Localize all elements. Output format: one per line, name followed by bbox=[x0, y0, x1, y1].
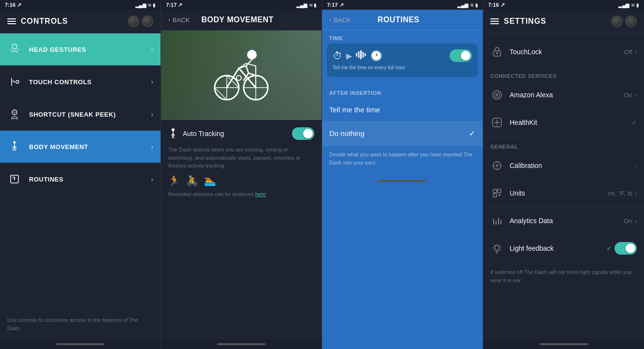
amazon-alexa-label: Amazon Alexa bbox=[510, 91, 553, 99]
shortcut-chevron: › bbox=[151, 110, 153, 118]
time-card-icons-row: ⏱ ▶ 🕐 bbox=[333, 49, 472, 62]
time-card-icons-left: ⏱ ▶ 🕐 bbox=[333, 50, 382, 61]
auto-tracking-person-icon bbox=[168, 128, 178, 139]
touch-controls-chevron: › bbox=[151, 78, 153, 86]
svg-rect-18 bbox=[356, 53, 357, 57]
menu-item-routines-left: ROUTINES bbox=[7, 172, 63, 186]
touchlock-row[interactable]: TouchLock Off › bbox=[483, 38, 644, 66]
hamburger-menu-icon[interactable] bbox=[7, 18, 16, 24]
time-toggle[interactable] bbox=[450, 49, 472, 62]
status-icons-1: ▂▄▆ ≋ ▮ bbox=[135, 2, 156, 8]
recorded-sessions-text: Recorded sessions can be analysed here bbox=[168, 191, 314, 197]
calibration-label: Calibration bbox=[510, 162, 542, 169]
healthkit-label: HealthKit bbox=[510, 119, 537, 126]
units-row[interactable]: Units mi, °F, lb › bbox=[483, 180, 644, 207]
clock-filled-icon: 🕐 bbox=[370, 50, 382, 61]
body-movement-back-button[interactable]: ‹ BACK bbox=[168, 16, 190, 24]
body-movement-chevron: › bbox=[151, 143, 153, 151]
menu-item-shortcut[interactable]: SHORTCUT (SNEAK PEEK) › bbox=[0, 98, 161, 131]
cycling-icon: 🚴 bbox=[186, 175, 198, 186]
analytics-chevron: › bbox=[635, 217, 637, 225]
settings-hamburger-icon[interactable] bbox=[490, 18, 499, 24]
body-movement-icon bbox=[7, 139, 22, 154]
swimming-icon: 🏊 bbox=[204, 175, 216, 186]
routines-back-button[interactable]: ‹ BACK bbox=[329, 16, 351, 24]
body-movement-panel: ‹ BACK BODY MOVEMENT bbox=[161, 10, 322, 349]
body-movement-header: ‹ BACK BODY MOVEMENT bbox=[161, 10, 322, 30]
time-4: 7:16 ↗ bbox=[488, 2, 505, 8]
menu-item-body-movement[interactable]: BODY MOVEMENT › bbox=[0, 131, 161, 163]
svg-rect-19 bbox=[358, 51, 360, 58]
menu-item-head-gestures[interactable]: HEAD GESTURES › bbox=[0, 33, 161, 66]
home-indicator-3 bbox=[322, 176, 483, 186]
auto-tracking-description: The Dash detects when you are running, c… bbox=[168, 146, 314, 170]
touch-controls-icon bbox=[7, 75, 22, 89]
time-card[interactable]: ⏱ ▶ 🕐 bbox=[327, 44, 478, 77]
settings-earbuds-icons bbox=[611, 15, 637, 27]
calibration-row[interactable]: Calibration › bbox=[483, 152, 644, 180]
healthkit-row[interactable]: HealthKit ✓ bbox=[483, 109, 644, 137]
svg-rect-32 bbox=[498, 189, 501, 193]
status-bar-3: 7:17 ↗ ▂▄▆ ≋ ▮ bbox=[322, 0, 483, 10]
controls-title: CONTROLS bbox=[21, 17, 68, 26]
shortcut-label: SHORTCUT (SNEAK PEEK) bbox=[29, 111, 116, 118]
home-bar-4 bbox=[540, 343, 588, 345]
hero-image bbox=[161, 30, 322, 120]
status-icons-4: ▂▄▆ ≋ ▮ bbox=[618, 2, 639, 8]
controls-panel: CONTROLS HEAD G bbox=[0, 10, 161, 349]
menu-item-routines[interactable]: ROUTINES › bbox=[0, 163, 161, 196]
back-label: BACK bbox=[173, 16, 190, 24]
svg-rect-33 bbox=[493, 194, 497, 197]
analytics-label: Analytics Data bbox=[510, 217, 553, 225]
auto-tracking-toggle[interactable] bbox=[292, 127, 314, 140]
auto-tracking-toggle-knob bbox=[303, 129, 313, 138]
general-section-label: GENERAL bbox=[483, 137, 644, 152]
amazon-alexa-row[interactable]: Amazon Alexa On › bbox=[483, 81, 644, 109]
analytics-row[interactable]: Analytics Data On › bbox=[483, 207, 644, 235]
units-label: Units bbox=[510, 189, 525, 197]
head-gestures-chevron: › bbox=[151, 46, 153, 53]
body-movement-label: BODY MOVEMENT bbox=[29, 143, 88, 151]
home-bar-1 bbox=[56, 343, 104, 345]
amazon-alexa-chevron: › bbox=[635, 91, 637, 99]
menu-item-touch-controls[interactable]: TOUCH CONTROLS › bbox=[0, 66, 161, 98]
light-feedback-toggle[interactable] bbox=[615, 242, 637, 255]
body-movement-title: BODY MOVEMENT bbox=[202, 15, 274, 24]
routines-option-do-nothing[interactable]: Do nothing ✓ bbox=[322, 121, 483, 146]
svg-point-30 bbox=[496, 164, 498, 167]
svg-point-24 bbox=[496, 52, 498, 54]
svg-point-0 bbox=[12, 44, 17, 49]
recorded-sessions-link[interactable]: here bbox=[255, 191, 266, 197]
status-bar-4: 7:16 ↗ ▂▄▆ ≋ ▮ bbox=[483, 0, 644, 10]
after-insertion-label: AFTER INSERTION bbox=[322, 84, 483, 98]
svg-rect-31 bbox=[493, 189, 497, 193]
healthkit-left: HealthKit bbox=[490, 116, 537, 129]
head-gestures-label: HEAD GESTURES bbox=[29, 46, 86, 53]
analytics-icon bbox=[490, 214, 504, 228]
amazon-alexa-icon bbox=[490, 88, 504, 102]
time-toggle-knob bbox=[461, 51, 470, 61]
settings-title: SETTINGS bbox=[504, 17, 546, 26]
home-indicator-2 bbox=[161, 339, 322, 349]
do-nothing-check-icon: ✓ bbox=[469, 129, 475, 138]
healthkit-icon bbox=[490, 116, 504, 129]
controls-menu: HEAD GESTURES › TOUCH CONTROLS › bbox=[0, 33, 161, 309]
analytics-left: Analytics Data bbox=[490, 214, 553, 228]
light-feedback-row[interactable]: Light feedback ✓ bbox=[483, 235, 644, 262]
tell-time-label: Tell me the time bbox=[329, 106, 380, 114]
auto-tracking-label: Auto Tracking bbox=[183, 130, 224, 137]
shortcut-icon bbox=[7, 107, 22, 121]
light-feedback-toggle-knob bbox=[626, 243, 635, 253]
light-feedback-left: Light feedback bbox=[490, 242, 554, 255]
touchlock-label: TouchLock bbox=[510, 48, 542, 56]
touch-controls-label: TOUCH CONTROLS bbox=[29, 78, 92, 86]
after-insertion-description: Decide what you want to happen after you… bbox=[322, 146, 483, 171]
svg-point-15 bbox=[247, 50, 257, 60]
svg-point-27 bbox=[496, 94, 498, 96]
analytics-value: On › bbox=[624, 217, 637, 225]
status-icons-3: ▂▄▆ ≋ ▮ bbox=[457, 2, 478, 8]
routines-option-tell-time[interactable]: Tell me the time bbox=[322, 98, 483, 121]
controls-footer: Use controls to customize access to the … bbox=[0, 309, 161, 339]
light-feedback-icon bbox=[490, 242, 504, 255]
routines-title: ROUTINES bbox=[378, 15, 420, 24]
